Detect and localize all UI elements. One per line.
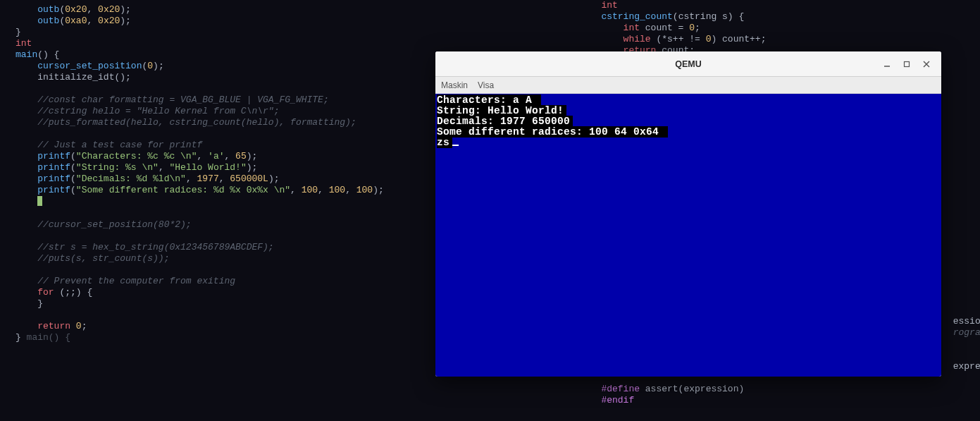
comment: //const char formatting = VGA_BG_BLUE | … — [37, 94, 328, 105]
menu-machine[interactable]: Maskin — [441, 80, 468, 90]
window-titlebar[interactable]: QEMU — [435, 51, 941, 77]
window-controls — [882, 51, 938, 77]
maximize-button[interactable] — [902, 59, 912, 69]
editor-cursor — [37, 196, 42, 206]
menu-view[interactable]: Visa — [478, 80, 494, 90]
keyword-int: int — [15, 38, 32, 49]
qemu-vga-screen[interactable]: Characters: a A String: Hello World!Deci… — [435, 94, 941, 377]
close-button[interactable] — [922, 59, 931, 69]
fn-main: main — [15, 49, 37, 60]
qemu-menubar: Maskin Visa — [435, 77, 941, 94]
fold-annotation: main() { — [21, 332, 70, 343]
fn-call: outb — [37, 4, 59, 15]
vga-cursor — [452, 145, 459, 146]
minimize-button[interactable] — [882, 59, 892, 69]
vga-output-line: Characters: a A — [437, 94, 541, 106]
window-title: QEMU — [435, 59, 941, 69]
qemu-window[interactable]: QEMU Maskin Visa Characters: a A String:… — [435, 51, 941, 377]
svg-rect-1 — [905, 62, 910, 67]
